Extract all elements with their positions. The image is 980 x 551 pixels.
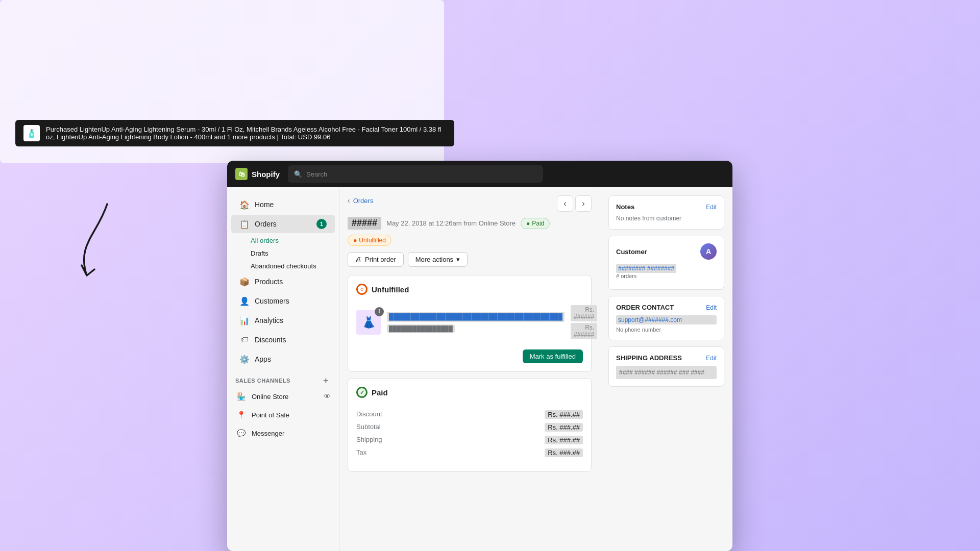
print-label: Print order bbox=[365, 256, 396, 263]
sidebar-item-orders[interactable]: 📋 Orders 1 bbox=[231, 215, 335, 233]
order-contact-edit-button[interactable]: Edit bbox=[706, 304, 717, 311]
nav-arrows: ‹ › bbox=[557, 195, 592, 212]
product-name[interactable]: ████████████████████████████████████████ bbox=[387, 312, 565, 322]
sidebar-customers-label: Customers bbox=[255, 297, 289, 305]
sidebar-item-apps[interactable]: ⚙️ Apps bbox=[231, 350, 335, 368]
discounts-icon: 🏷 bbox=[239, 335, 250, 345]
main-content: 🏠 Home 📋 Orders 1 All orders Drafts Aban… bbox=[227, 187, 732, 551]
mark-fulfilled-button[interactable]: Mark as fulfilled bbox=[523, 349, 583, 363]
sidebar-item-abandoned[interactable]: Abandoned checkouts bbox=[251, 260, 339, 272]
customer-row: ######## ######## # orders bbox=[616, 264, 717, 279]
breadcrumb: ‹ Orders bbox=[348, 196, 373, 205]
purchase-text: Purchased LightenUp Anti-Aging Lightenin… bbox=[46, 126, 446, 141]
add-sales-channel-button[interactable]: ＋ bbox=[321, 375, 331, 386]
discount-row: Discount Rs. ###.## bbox=[356, 408, 583, 421]
unfulfilled-label: Unfulfilled bbox=[359, 237, 386, 244]
notes-content: No notes from customer bbox=[616, 215, 717, 222]
shopify-window: 🛍 Shopify 🔍 Search 🏠 Home 📋 Orders 1 All… bbox=[227, 161, 732, 551]
order-sidebar: Notes Edit No notes from customer Custom… bbox=[600, 187, 732, 551]
mark-fulfilled-label: Mark as fulfilled bbox=[530, 353, 576, 360]
apps-icon: ⚙️ bbox=[239, 354, 250, 364]
search-bar[interactable]: 🔍 Search bbox=[288, 165, 543, 183]
product-sku: ████████████████ bbox=[387, 324, 455, 333]
all-orders-label: All orders bbox=[251, 237, 279, 244]
subtotal-row: Subtotal Rs. ###.## bbox=[356, 421, 583, 434]
orders-icon: 📋 bbox=[239, 219, 250, 229]
customer-name[interactable]: ######## ######## bbox=[616, 264, 676, 273]
sidebar-item-drafts[interactable]: Drafts bbox=[251, 247, 339, 260]
sales-channels-label: SALES CHANNELS bbox=[235, 378, 290, 384]
sidebar-item-home[interactable]: 🏠 Home bbox=[231, 195, 335, 214]
product-icon: 🧴 bbox=[23, 125, 40, 141]
unfulfilled-status-icon: ○ bbox=[356, 284, 368, 295]
tax-label: Tax bbox=[356, 448, 366, 457]
paid-status-badge: ● Paid bbox=[521, 218, 550, 229]
product-row: 👗 1 ████████████████████████████████████… bbox=[356, 301, 583, 343]
pos-label: Point of Sale bbox=[252, 411, 289, 419]
orders-badge: 1 bbox=[316, 219, 327, 229]
purchase-bar: 🧴 Purchased LightenUp Anti-Aging Lighten… bbox=[15, 120, 454, 146]
notes-label: Notes bbox=[616, 203, 634, 211]
order-panel: ‹ Orders ‹ › ##### May 22, 2018 at 12:26… bbox=[339, 187, 732, 551]
sidebar-item-products[interactable]: 📦 Products bbox=[231, 272, 335, 291]
print-icon: 🖨 bbox=[355, 256, 362, 263]
shopify-logo[interactable]: 🛍 Shopify bbox=[235, 168, 280, 180]
shipping-row: Shipping Rs. ###.## bbox=[356, 434, 583, 446]
orders-sub-menu: All orders Drafts Abandoned checkouts bbox=[227, 234, 339, 272]
tax-row: Tax Rs. ###.## bbox=[356, 446, 583, 459]
order-contact-title: ORDER CONTACT Edit bbox=[616, 304, 717, 311]
sidebar-item-messenger[interactable]: 💬 Messenger bbox=[231, 424, 335, 442]
shipping-address-label: SHIPPING ADDRESS bbox=[616, 354, 682, 362]
sidebar-home-label: Home bbox=[255, 201, 274, 209]
sidebar-item-pos[interactable]: 📍 Point of Sale bbox=[231, 406, 335, 423]
sidebar-item-all-orders[interactable]: All orders bbox=[251, 234, 339, 247]
breadcrumb-orders-link[interactable]: Orders bbox=[353, 197, 374, 205]
pos-icon: 📍 bbox=[235, 409, 247, 420]
eye-icon: 👁 bbox=[324, 392, 331, 400]
order-contact-card: ORDER CONTACT Edit support@#######.com N… bbox=[608, 296, 724, 340]
discount-label: Discount bbox=[356, 410, 382, 419]
sidebar-item-customers[interactable]: 👤 Customers bbox=[231, 292, 335, 310]
sidebar-item-discounts[interactable]: 🏷 Discounts bbox=[231, 331, 335, 349]
shipping-address-edit-button[interactable]: Edit bbox=[706, 355, 717, 362]
paid-label: Paid bbox=[532, 220, 544, 227]
messenger-label: Messenger bbox=[252, 430, 284, 437]
search-placeholder: Search bbox=[306, 170, 327, 178]
unfulfilled-title: Unfulfilled bbox=[372, 285, 409, 294]
product-info: ████████████████████████████████████████… bbox=[387, 312, 565, 333]
online-store-icon: 🏪 bbox=[235, 391, 247, 402]
paid-card: ✓ Paid Discount Rs. ###.## Subtotal Rs. … bbox=[348, 378, 592, 472]
topbar: 🛍 Shopify 🔍 Search bbox=[227, 161, 732, 187]
unfulfilled-header: ○ Unfulfilled bbox=[356, 284, 583, 295]
sidebar-analytics-label: Analytics bbox=[255, 316, 283, 324]
product-price: Rs. ###### Rs. ###### bbox=[571, 305, 597, 339]
order-main: ‹ Orders ‹ › ##### May 22, 2018 at 12:26… bbox=[339, 187, 600, 551]
sidebar: 🏠 Home 📋 Orders 1 All orders Drafts Aban… bbox=[227, 187, 339, 551]
print-order-button[interactable]: 🖨 Print order bbox=[348, 252, 404, 267]
notes-title: Notes Edit bbox=[616, 203, 717, 211]
customer-avatar: A bbox=[700, 243, 717, 260]
paid-header: ✓ Paid bbox=[356, 387, 583, 398]
more-actions-button[interactable]: More actions ▾ bbox=[408, 252, 468, 267]
customer-email[interactable]: support@#######.com bbox=[616, 315, 717, 324]
shipping-address-text: #### ###### ###### ### #### bbox=[616, 366, 717, 379]
home-icon: 🏠 bbox=[239, 199, 250, 210]
notes-edit-button[interactable]: Edit bbox=[706, 204, 717, 211]
customer-orders: # orders bbox=[616, 273, 676, 279]
sidebar-orders-label: Orders bbox=[255, 220, 277, 228]
customers-icon: 👤 bbox=[239, 296, 250, 306]
customer-title: Customer A bbox=[616, 243, 717, 260]
online-store-label: Online Store bbox=[252, 393, 288, 400]
sales-channels-section: SALES CHANNELS ＋ bbox=[227, 369, 339, 388]
prev-order-button[interactable]: ‹ bbox=[557, 195, 573, 212]
sidebar-item-online-store[interactable]: 🏪 Online Store 👁 bbox=[231, 388, 335, 405]
shipping-label: Shipping bbox=[356, 436, 382, 444]
next-order-button[interactable]: › bbox=[575, 195, 592, 212]
sidebar-item-analytics[interactable]: 📊 Analytics bbox=[231, 311, 335, 330]
paid-dot: ● bbox=[526, 220, 530, 227]
subtotal-label: Subtotal bbox=[356, 423, 381, 432]
chevron-down-icon: ▾ bbox=[456, 256, 460, 263]
unfulfilled-dot: ● bbox=[353, 237, 357, 244]
order-date: May 22, 2018 at 12:26am from Online Stor… bbox=[386, 219, 516, 227]
discount-value: Rs. ###.## bbox=[545, 410, 583, 419]
